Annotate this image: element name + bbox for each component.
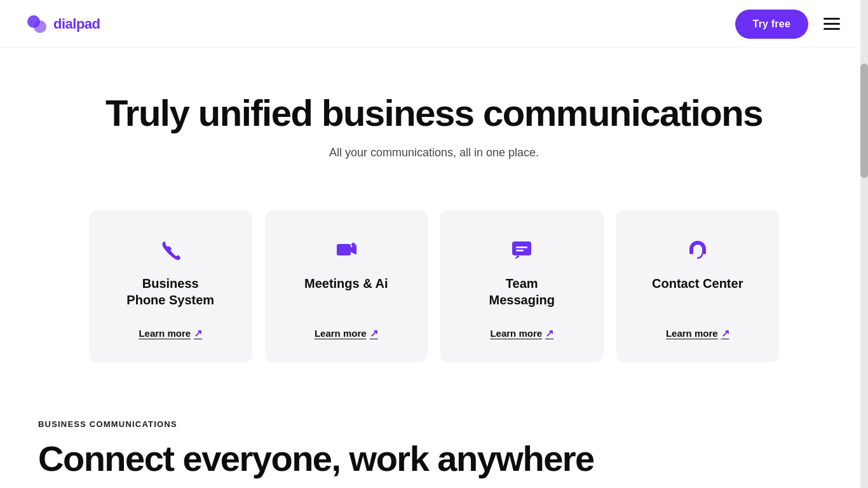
chat-icon xyxy=(508,236,536,264)
card-meetings-ai-title: Meetings & Ai xyxy=(304,275,388,308)
scrollbar-thumb[interactable] xyxy=(860,64,868,178)
learn-more-label-3: Learn more xyxy=(490,328,542,339)
bottom-section: BUSINESS COMMUNICATIONS Connect everyone… xyxy=(0,394,868,488)
card-business-phone: BusinessPhone System Learn more ↗ xyxy=(89,210,252,362)
learn-more-arrow-3: ↗ xyxy=(545,327,553,339)
product-cards-section: BusinessPhone System Learn more ↗ Meetin… xyxy=(0,191,868,394)
svg-rect-8 xyxy=(702,249,706,254)
card-contact-center-learn-more[interactable]: Learn more ↗ xyxy=(666,327,729,339)
card-team-messaging-learn-more[interactable]: Learn more ↗ xyxy=(490,327,553,339)
card-business-phone-title: BusinessPhone System xyxy=(126,275,214,308)
header: dialpad Try free xyxy=(0,0,868,48)
header-actions: Try free xyxy=(735,10,843,39)
card-meetings-ai-learn-more[interactable]: Learn more ↗ xyxy=(315,327,378,339)
card-contact-center-title: Contact Center xyxy=(652,275,743,308)
svg-rect-4 xyxy=(512,241,531,255)
hamburger-line-1 xyxy=(824,18,840,20)
logo[interactable]: dialpad xyxy=(25,13,100,36)
learn-more-label-1: Learn more xyxy=(139,328,191,339)
bottom-heading: Connect everyone, work anywhere xyxy=(38,439,830,478)
scrollbar-track[interactable] xyxy=(860,0,868,488)
headset-icon xyxy=(684,236,712,264)
card-team-messaging-title: TeamMessaging xyxy=(489,275,555,308)
learn-more-arrow-4: ↗ xyxy=(721,327,729,339)
hero-title: Truly unified business communications xyxy=(25,93,843,133)
card-business-phone-learn-more[interactable]: Learn more ↗ xyxy=(139,327,202,339)
card-contact-center: Contact Center Learn more ↗ xyxy=(616,210,780,362)
card-meetings-ai: Meetings & Ai Learn more ↗ xyxy=(265,210,428,362)
hamburger-line-3 xyxy=(824,28,840,30)
svg-point-1 xyxy=(34,20,46,33)
learn-more-label-4: Learn more xyxy=(666,328,718,339)
svg-point-3 xyxy=(351,243,355,247)
menu-button[interactable] xyxy=(821,15,843,32)
video-icon xyxy=(332,236,360,264)
try-free-button[interactable]: Try free xyxy=(735,10,808,39)
svg-rect-6 xyxy=(516,250,524,252)
hero-section: Truly unified business communications Al… xyxy=(0,48,868,191)
learn-more-arrow-2: ↗ xyxy=(370,327,378,339)
svg-rect-2 xyxy=(337,244,351,255)
phone-icon xyxy=(156,236,184,264)
hero-subtitle: All your communications, all in one plac… xyxy=(25,146,843,159)
learn-more-arrow-1: ↗ xyxy=(194,327,202,339)
svg-rect-7 xyxy=(689,249,693,254)
hamburger-line-2 xyxy=(824,23,840,25)
learn-more-label-2: Learn more xyxy=(315,328,367,339)
dialpad-logo-icon xyxy=(25,13,48,36)
logo-text: dialpad xyxy=(53,16,100,32)
svg-rect-5 xyxy=(516,247,527,248)
card-team-messaging: TeamMessaging Learn more ↗ xyxy=(440,210,604,362)
bottom-eyebrow: BUSINESS COMMUNICATIONS xyxy=(38,419,830,429)
